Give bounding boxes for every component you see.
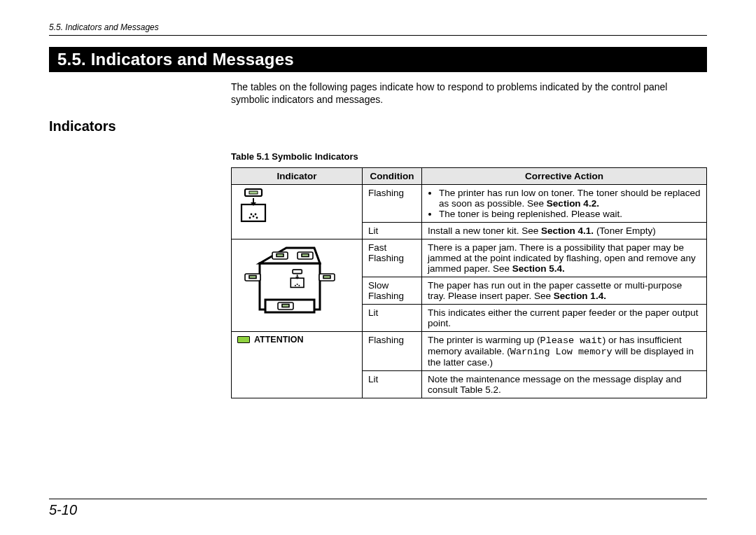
cond-cell: Fast Flashing: [363, 239, 422, 277]
svg-point-9: [255, 214, 257, 216]
page-number: 5-10: [49, 502, 707, 518]
svg-rect-22: [282, 305, 289, 307]
cond-cell: Flashing: [363, 185, 422, 223]
svg-rect-1: [249, 191, 258, 194]
subsection-heading: Indicators: [49, 118, 707, 134]
svg-point-27: [295, 285, 296, 286]
action-cell: There is a paper jam. There is a possibi…: [422, 239, 707, 277]
svg-point-29: [298, 285, 300, 286]
svg-point-5: [249, 217, 251, 219]
cond-cell: Flashing: [363, 332, 422, 371]
indicator-printer-icon-cell: [232, 239, 363, 332]
svg-rect-23: [293, 270, 302, 274]
intro-paragraph: The tables on the following pages indica…: [231, 81, 707, 106]
th-action: Corrective Action: [422, 168, 707, 185]
table-row: Fast Flashing There is a paper jam. Ther…: [232, 239, 707, 277]
action-cell: This indicates either the current paper …: [422, 305, 707, 332]
cond-cell: Lit: [363, 223, 422, 239]
action-bullet: The toner is being replenished. Please w…: [439, 209, 701, 219]
action-cell: The printer is warming up (Please wait) …: [422, 332, 707, 371]
svg-rect-20: [323, 276, 330, 279]
running-head: 5.5. Indicators and Messages: [49, 22, 707, 32]
attention-label: ATTENTION: [254, 335, 304, 345]
table-row: Flashing The printer has run low on tone…: [232, 185, 707, 223]
rule-bottom: [49, 499, 707, 499]
action-cell: Note the maintenance message on the mess…: [422, 371, 707, 398]
cond-cell: Lit: [363, 305, 422, 332]
led-green-icon: [237, 336, 250, 343]
section-title: 5.5. Indicators and Messages: [49, 47, 707, 72]
svg-rect-24: [290, 279, 304, 288]
action-bullet: The printer has run low on toner. The to…: [439, 188, 701, 209]
indicators-table: Indicator Condition Corrective Action: [231, 167, 707, 398]
toner-icon: [237, 188, 270, 225]
page: 5.5. Indicators and Messages 5.5. Indica…: [0, 0, 756, 535]
svg-point-7: [256, 217, 258, 219]
indicator-attention-cell: ATTENTION: [232, 332, 363, 398]
table-wrap: Indicator Condition Corrective Action: [231, 167, 707, 398]
svg-rect-2: [241, 204, 265, 221]
svg-point-28: [297, 284, 298, 285]
rule-top: [49, 35, 707, 36]
action-cell: The printer has run low on toner. The to…: [422, 185, 707, 223]
indicator-toner-icon-cell: [232, 185, 363, 239]
cond-cell: Lit: [363, 371, 422, 398]
th-indicator: Indicator: [232, 168, 363, 185]
table-caption: Table 5.1 Symbolic Indicators: [231, 151, 707, 162]
action-cell: Install a new toner kit. See Section 4.1…: [422, 223, 707, 239]
table-row: ATTENTION Flashing The printer is warmin…: [232, 332, 707, 371]
page-footer: 5-10: [49, 499, 707, 518]
action-cell: The paper has run out in the paper casse…: [422, 277, 707, 305]
th-condition: Condition: [363, 168, 422, 185]
svg-point-6: [253, 216, 255, 218]
svg-rect-14: [276, 254, 284, 257]
svg-rect-16: [302, 254, 309, 257]
printer-diagram-icon: [237, 242, 342, 319]
svg-point-8: [251, 214, 253, 216]
cond-cell: Slow Flashing: [363, 277, 422, 305]
svg-rect-18: [249, 276, 256, 279]
